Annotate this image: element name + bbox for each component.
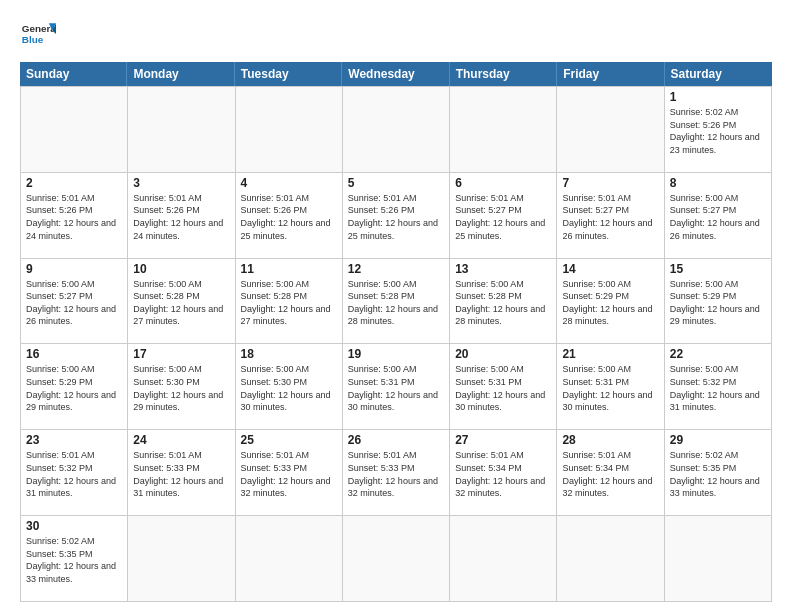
sun-info: Sunrise: 5:01 AMSunset: 5:32 PMDaylight:… [26, 449, 122, 499]
calendar-empty-cell [236, 516, 343, 602]
logo-icon: General Blue [20, 16, 56, 52]
day-number: 6 [455, 176, 551, 190]
calendar-header: SundayMondayTuesdayWednesdayThursdayFrid… [20, 62, 772, 86]
day-number: 16 [26, 347, 122, 361]
day-of-week-thursday: Thursday [450, 62, 557, 86]
day-number: 5 [348, 176, 444, 190]
calendar-day-4: 4Sunrise: 5:01 AMSunset: 5:26 PMDaylight… [236, 173, 343, 259]
sun-info: Sunrise: 5:01 AMSunset: 5:34 PMDaylight:… [455, 449, 551, 499]
calendar-day-7: 7Sunrise: 5:01 AMSunset: 5:27 PMDaylight… [557, 173, 664, 259]
calendar-day-28: 28Sunrise: 5:01 AMSunset: 5:34 PMDayligh… [557, 430, 664, 516]
sun-info: Sunrise: 5:00 AMSunset: 5:28 PMDaylight:… [133, 278, 229, 328]
day-number: 3 [133, 176, 229, 190]
calendar-day-21: 21Sunrise: 5:00 AMSunset: 5:31 PMDayligh… [557, 344, 664, 430]
calendar-empty-cell [557, 516, 664, 602]
calendar-empty-cell [343, 87, 450, 173]
calendar-day-1: 1Sunrise: 5:02 AMSunset: 5:26 PMDaylight… [665, 87, 772, 173]
day-number: 4 [241, 176, 337, 190]
calendar-empty-cell [128, 87, 235, 173]
day-number: 25 [241, 433, 337, 447]
calendar-day-22: 22Sunrise: 5:00 AMSunset: 5:32 PMDayligh… [665, 344, 772, 430]
calendar-day-9: 9Sunrise: 5:00 AMSunset: 5:27 PMDaylight… [21, 259, 128, 345]
calendar-day-25: 25Sunrise: 5:01 AMSunset: 5:33 PMDayligh… [236, 430, 343, 516]
day-number: 13 [455, 262, 551, 276]
day-number: 29 [670, 433, 766, 447]
logo: General Blue [20, 16, 56, 52]
day-of-week-monday: Monday [127, 62, 234, 86]
calendar-empty-cell [343, 516, 450, 602]
sun-info: Sunrise: 5:01 AMSunset: 5:33 PMDaylight:… [241, 449, 337, 499]
sun-info: Sunrise: 5:02 AMSunset: 5:35 PMDaylight:… [26, 535, 122, 585]
sun-info: Sunrise: 5:00 AMSunset: 5:27 PMDaylight:… [26, 278, 122, 328]
calendar-day-19: 19Sunrise: 5:00 AMSunset: 5:31 PMDayligh… [343, 344, 450, 430]
day-number: 30 [26, 519, 122, 533]
calendar-empty-cell [21, 87, 128, 173]
calendar-day-10: 10Sunrise: 5:00 AMSunset: 5:28 PMDayligh… [128, 259, 235, 345]
day-number: 9 [26, 262, 122, 276]
day-number: 18 [241, 347, 337, 361]
day-number: 12 [348, 262, 444, 276]
calendar-empty-cell [450, 516, 557, 602]
calendar-day-30: 30Sunrise: 5:02 AMSunset: 5:35 PMDayligh… [21, 516, 128, 602]
day-number: 7 [562, 176, 658, 190]
calendar-empty-cell [665, 516, 772, 602]
calendar-empty-cell [128, 516, 235, 602]
day-number: 21 [562, 347, 658, 361]
sun-info: Sunrise: 5:01 AMSunset: 5:34 PMDaylight:… [562, 449, 658, 499]
sun-info: Sunrise: 5:01 AMSunset: 5:26 PMDaylight:… [133, 192, 229, 242]
sun-info: Sunrise: 5:00 AMSunset: 5:30 PMDaylight:… [133, 363, 229, 413]
sun-info: Sunrise: 5:00 AMSunset: 5:28 PMDaylight:… [241, 278, 337, 328]
calendar-day-15: 15Sunrise: 5:00 AMSunset: 5:29 PMDayligh… [665, 259, 772, 345]
calendar-day-27: 27Sunrise: 5:01 AMSunset: 5:34 PMDayligh… [450, 430, 557, 516]
calendar-day-18: 18Sunrise: 5:00 AMSunset: 5:30 PMDayligh… [236, 344, 343, 430]
sun-info: Sunrise: 5:00 AMSunset: 5:29 PMDaylight:… [670, 278, 766, 328]
day-number: 27 [455, 433, 551, 447]
day-number: 2 [26, 176, 122, 190]
sun-info: Sunrise: 5:02 AMSunset: 5:35 PMDaylight:… [670, 449, 766, 499]
calendar-day-20: 20Sunrise: 5:00 AMSunset: 5:31 PMDayligh… [450, 344, 557, 430]
calendar-day-23: 23Sunrise: 5:01 AMSunset: 5:32 PMDayligh… [21, 430, 128, 516]
sun-info: Sunrise: 5:00 AMSunset: 5:31 PMDaylight:… [348, 363, 444, 413]
calendar-day-6: 6Sunrise: 5:01 AMSunset: 5:27 PMDaylight… [450, 173, 557, 259]
calendar-empty-cell [236, 87, 343, 173]
calendar-empty-cell [557, 87, 664, 173]
calendar-day-12: 12Sunrise: 5:00 AMSunset: 5:28 PMDayligh… [343, 259, 450, 345]
sun-info: Sunrise: 5:01 AMSunset: 5:27 PMDaylight:… [562, 192, 658, 242]
sun-info: Sunrise: 5:00 AMSunset: 5:27 PMDaylight:… [670, 192, 766, 242]
day-number: 24 [133, 433, 229, 447]
calendar-body: 1Sunrise: 5:02 AMSunset: 5:26 PMDaylight… [20, 86, 772, 602]
sun-info: Sunrise: 5:01 AMSunset: 5:26 PMDaylight:… [241, 192, 337, 242]
calendar-day-26: 26Sunrise: 5:01 AMSunset: 5:33 PMDayligh… [343, 430, 450, 516]
sun-info: Sunrise: 5:00 AMSunset: 5:31 PMDaylight:… [562, 363, 658, 413]
calendar-day-13: 13Sunrise: 5:00 AMSunset: 5:28 PMDayligh… [450, 259, 557, 345]
calendar-empty-cell [450, 87, 557, 173]
sun-info: Sunrise: 5:00 AMSunset: 5:30 PMDaylight:… [241, 363, 337, 413]
day-number: 17 [133, 347, 229, 361]
sun-info: Sunrise: 5:01 AMSunset: 5:26 PMDaylight:… [348, 192, 444, 242]
day-of-week-friday: Friday [557, 62, 664, 86]
sun-info: Sunrise: 5:01 AMSunset: 5:33 PMDaylight:… [348, 449, 444, 499]
sun-info: Sunrise: 5:00 AMSunset: 5:28 PMDaylight:… [455, 278, 551, 328]
day-number: 22 [670, 347, 766, 361]
day-of-week-sunday: Sunday [20, 62, 127, 86]
sun-info: Sunrise: 5:00 AMSunset: 5:29 PMDaylight:… [26, 363, 122, 413]
sun-info: Sunrise: 5:01 AMSunset: 5:26 PMDaylight:… [26, 192, 122, 242]
day-number: 28 [562, 433, 658, 447]
day-number: 23 [26, 433, 122, 447]
calendar-day-14: 14Sunrise: 5:00 AMSunset: 5:29 PMDayligh… [557, 259, 664, 345]
svg-text:Blue: Blue [22, 34, 44, 45]
sun-info: Sunrise: 5:02 AMSunset: 5:26 PMDaylight:… [670, 106, 766, 156]
sun-info: Sunrise: 5:01 AMSunset: 5:33 PMDaylight:… [133, 449, 229, 499]
sun-info: Sunrise: 5:00 AMSunset: 5:31 PMDaylight:… [455, 363, 551, 413]
sun-info: Sunrise: 5:00 AMSunset: 5:29 PMDaylight:… [562, 278, 658, 328]
calendar-day-16: 16Sunrise: 5:00 AMSunset: 5:29 PMDayligh… [21, 344, 128, 430]
calendar-day-8: 8Sunrise: 5:00 AMSunset: 5:27 PMDaylight… [665, 173, 772, 259]
day-number: 20 [455, 347, 551, 361]
page-header: General Blue [20, 16, 772, 52]
sun-info: Sunrise: 5:00 AMSunset: 5:32 PMDaylight:… [670, 363, 766, 413]
day-number: 26 [348, 433, 444, 447]
day-of-week-wednesday: Wednesday [342, 62, 449, 86]
day-number: 10 [133, 262, 229, 276]
calendar-day-5: 5Sunrise: 5:01 AMSunset: 5:26 PMDaylight… [343, 173, 450, 259]
calendar-day-3: 3Sunrise: 5:01 AMSunset: 5:26 PMDaylight… [128, 173, 235, 259]
